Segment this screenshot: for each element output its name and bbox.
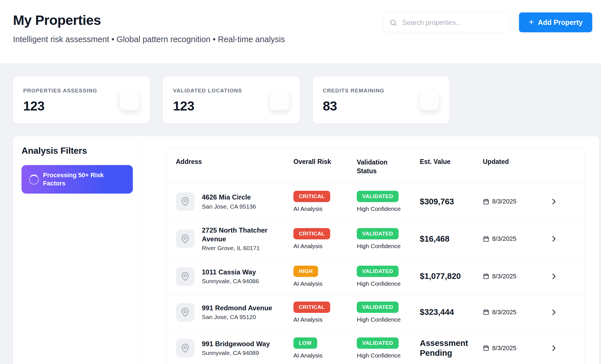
address-text: 991 Bridgewood Way Sunnyvale, CA 94089 — [202, 339, 270, 357]
table-section: Address Overall Risk Validation Status E… — [141, 136, 599, 364]
table-row[interactable]: 1011 Cassia Way Sunnyvale, CA 94086 HIGH… — [166, 258, 585, 294]
address-cell: 2725 North Thatcher Avenue River Grove, … — [176, 226, 293, 252]
table-row[interactable]: 991 Bridgewood Way Sunnyvale, CA 94089 L… — [166, 330, 585, 364]
processing-label: Processing 50+ Risk Factors — [43, 171, 125, 187]
validation-badge: VALIDATED — [357, 266, 399, 277]
chevron-right-icon[interactable] — [550, 198, 558, 205]
search-input[interactable] — [402, 13, 507, 32]
page-header: My Properties Intelligent risk assessmen… — [0, 0, 601, 64]
property-location: San Jose, CA 95120 — [202, 313, 272, 321]
updated-date: 8/3/2025 — [492, 273, 516, 280]
updated-date: 8/3/2025 — [492, 344, 516, 352]
estimated-value: $309,763 — [420, 197, 483, 207]
calendar-icon — [483, 345, 489, 351]
map-pin-icon — [176, 267, 194, 286]
property-address: 4626 Mia Circle — [202, 193, 256, 201]
overall-risk-cell: LOW AI Analysis — [293, 337, 357, 359]
updated-date: 8/3/2025 — [492, 309, 516, 316]
stat-icon-placeholder — [120, 90, 140, 110]
validation-badge: VALIDATED — [357, 191, 399, 202]
estimated-value: Assessment Pending — [420, 338, 483, 358]
map-pin-icon — [176, 229, 194, 248]
updated-cell: 8/3/2025 — [483, 235, 550, 242]
validation-badge: VALIDATED — [357, 228, 399, 239]
calendar-icon — [483, 198, 489, 205]
properties-dashboard: My Properties Intelligent risk assessmen… — [0, 0, 601, 364]
validation-subtext: High Confidence — [357, 280, 420, 287]
table-body: 4626 Mia Circle San Jose, CA 95136 CRITI… — [166, 183, 585, 364]
chevron-right-icon[interactable] — [550, 344, 558, 352]
table-row[interactable]: 991 Redmond Avenue San Jose, CA 95120 CR… — [166, 294, 585, 330]
chevron-right-icon[interactable] — [550, 272, 558, 280]
risk-badge: CRITICAL — [293, 191, 330, 202]
search-icon — [389, 19, 397, 27]
overall-risk-cell: CRITICAL AI Analysis — [293, 191, 357, 212]
spinner-icon — [29, 175, 39, 185]
filters-title: Analysis Filters — [21, 146, 133, 156]
calendar-icon — [483, 236, 489, 242]
chevron-right-icon[interactable] — [550, 235, 558, 243]
address-cell: 991 Bridgewood Way Sunnyvale, CA 94089 — [176, 339, 293, 358]
property-address: 1011 Cassia Way — [202, 268, 259, 276]
properties-table: Address Overall Risk Validation Status E… — [166, 148, 585, 364]
plus-icon: + — [529, 18, 534, 27]
search-box[interactable] — [383, 12, 511, 32]
address-text: 4626 Mia Circle San Jose, CA 95136 — [202, 193, 256, 210]
updated-cell: 8/3/2025 — [483, 309, 550, 316]
address-cell: 991 Redmond Avenue San Jose, CA 95120 — [176, 303, 293, 322]
address-text: 991 Redmond Avenue San Jose, CA 95120 — [202, 304, 272, 321]
overall-risk-cell: HIGH AI Analysis — [293, 266, 357, 287]
validation-subtext: High Confidence — [357, 243, 420, 250]
calendar-icon — [483, 309, 489, 315]
add-property-label: Add Property — [538, 18, 583, 27]
property-location: River Grove, IL 60171 — [202, 244, 287, 252]
column-header-est-value: Est. Value — [420, 158, 483, 176]
property-address: 991 Bridgewood Way — [202, 339, 270, 348]
address-text: 1011 Cassia Way Sunnyvale, CA 94086 — [202, 268, 259, 285]
column-header-updated: Updated — [483, 158, 550, 176]
address-cell: 4626 Mia Circle San Jose, CA 95136 — [176, 192, 293, 211]
risk-badge: CRITICAL — [293, 302, 330, 313]
risk-subtext: AI Analysis — [293, 243, 357, 250]
page-title: My Properties — [13, 12, 285, 28]
map-pin-icon — [176, 192, 194, 211]
row-chevron-cell — [550, 198, 575, 205]
table-row[interactable]: 4626 Mia Circle San Jose, CA 95136 CRITI… — [166, 183, 585, 219]
updated-date: 8/3/2025 — [492, 198, 516, 205]
filters-sidebar: Analysis Filters Processing 50+ Risk Fac… — [13, 136, 141, 364]
validation-status-cell: VALIDATED High Confidence — [357, 228, 420, 250]
chevron-right-icon[interactable] — [550, 308, 558, 316]
property-location: San Jose, CA 95136 — [202, 203, 256, 210]
property-location: Sunnyvale, CA 94089 — [202, 349, 270, 357]
column-header-address: Address — [176, 158, 293, 176]
risk-badge: HIGH — [293, 266, 318, 277]
overall-risk-cell: CRITICAL AI Analysis — [293, 228, 357, 250]
calendar-icon — [483, 273, 489, 280]
estimated-value: $323,444 — [420, 307, 483, 317]
updated-cell: 8/3/2025 — [483, 198, 550, 205]
validation-subtext: High Confidence — [357, 316, 420, 323]
validation-badge: VALIDATED — [357, 302, 399, 313]
estimated-value: $1,077,820 — [420, 271, 483, 281]
risk-subtext: AI Analysis — [293, 280, 357, 287]
add-property-button[interactable]: + Add Property — [519, 12, 592, 32]
validation-status-cell: VALIDATED High Confidence — [357, 337, 420, 359]
validation-subtext: High Confidence — [357, 352, 420, 359]
risk-subtext: AI Analysis — [293, 205, 357, 212]
property-address: 991 Redmond Avenue — [202, 304, 272, 312]
processing-status-chip[interactable]: Processing 50+ Risk Factors — [21, 165, 133, 194]
address-cell: 1011 Cassia Way Sunnyvale, CA 94086 — [176, 267, 293, 286]
row-chevron-cell — [550, 272, 575, 280]
property-location: Sunnyvale, CA 94086 — [202, 277, 259, 285]
table-row[interactable]: 2725 North Thatcher Avenue River Grove, … — [166, 219, 585, 258]
stat-card: CREDITS REMAINING 83 — [313, 76, 449, 123]
map-pin-icon — [176, 339, 194, 358]
map-pin-icon — [176, 303, 194, 322]
property-address: 2725 North Thatcher Avenue — [202, 226, 287, 243]
stat-card: VALIDATED LOCATIONS 123 — [163, 76, 300, 123]
stat-icon-placeholder — [420, 90, 439, 110]
validation-status-cell: VALIDATED High Confidence — [357, 266, 420, 287]
page-subtitle: Intelligent risk assessment • Global pat… — [13, 35, 285, 44]
risk-subtext: AI Analysis — [293, 352, 357, 359]
stat-icon-placeholder — [270, 90, 289, 110]
